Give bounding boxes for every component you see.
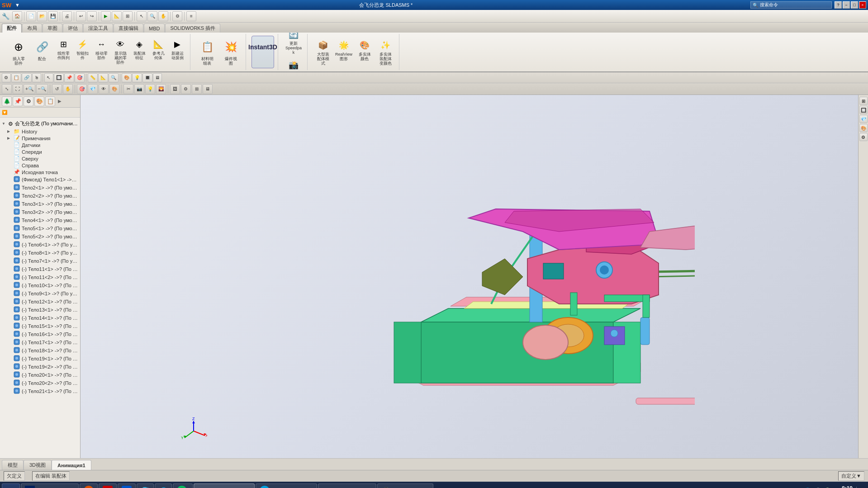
apply-scene-button[interactable]: 🖼 [170, 84, 180, 94]
options-button[interactable]: ⚙ [172, 11, 182, 21]
tree-item-5[interactable]: ▼📄Справа [0, 162, 80, 169]
tree-item-21[interactable]: ▼(-) Тело9<1> ->? (По умол... [0, 289, 80, 298]
mate-button[interactable]: 🔗 配合 [31, 36, 53, 68]
close-button[interactable]: × [859, 1, 866, 9]
custom-tab[interactable]: 📋 [45, 96, 55, 106]
multi-body-color-button[interactable]: 🎨 多实体颜色 [355, 37, 375, 67]
tree-tab[interactable]: 🌲 [2, 96, 12, 106]
taskbar-chrome[interactable]: 🌐 [155, 483, 172, 488]
tree-item-31[interactable]: ▼(-) Тело20<1> ->? (По умо... [0, 371, 80, 379]
print-button[interactable]: 🖨 [62, 11, 72, 21]
hide-show-button[interactable]: 👁 [99, 84, 109, 94]
zoom-button[interactable]: 🔍 [147, 11, 157, 21]
maximize-button[interactable]: □ [851, 1, 858, 9]
pan-view-button[interactable]: ✋ [63, 84, 73, 94]
smart-fastener-button[interactable]: ⚡ 智能扣件 [73, 36, 91, 68]
tree-item-26[interactable]: ▼(-) Тело16<1> ->? (По умо... [0, 330, 80, 338]
large-assembly-button[interactable]: 📦 大型装配体模式 [313, 37, 333, 67]
start-button[interactable]: ⊞ [2, 483, 20, 488]
reference-geometry-button[interactable]: 📐 参考几何体 [149, 36, 167, 68]
tb2-btn4[interactable]: 🖱 [32, 73, 41, 82]
tb2-btn14[interactable]: 🔳 [142, 73, 152, 82]
tb2-btn3[interactable]: 🔗 [22, 73, 32, 82]
scene-button[interactable]: 🌄 [156, 84, 166, 94]
realview-button[interactable]: 🌟 RealView图形 [334, 37, 354, 67]
taskbar-photoshop[interactable]: Ps Adobe Photosh... [21, 483, 79, 488]
panel-expand-button[interactable]: ▶ [58, 99, 62, 104]
home-button[interactable]: 🏠 [12, 11, 22, 21]
tree-item-28[interactable]: ▼(-) Тело18<1> ->? (По умо... [0, 346, 80, 355]
minimize-button[interactable]: − [843, 1, 850, 9]
tb2-btn13[interactable]: 💡 [132, 73, 142, 82]
tree-item-1[interactable]: ▶📝Примечания [0, 135, 80, 142]
tb2-btn5[interactable]: ↖ [44, 73, 53, 82]
rebuild-button[interactable]: ▶ [101, 11, 111, 21]
insert-component-button[interactable]: ⊕ 插入零部件 [7, 36, 30, 68]
tb2-btn1[interactable]: ⚙ [2, 73, 11, 82]
bom-button[interactable]: 📋 材料明细表 [196, 36, 218, 68]
save-button[interactable]: 💾 [48, 11, 58, 21]
tb2-btn2[interactable]: 📋 [11, 73, 21, 82]
grid-button[interactable]: ⊞ [123, 11, 133, 21]
tab-sketch[interactable]: 草图 [43, 24, 62, 33]
tree-item-12[interactable]: ▼Тело4<1> ->? (По умолча... [0, 216, 80, 224]
tree-item-3[interactable]: ▼📄Спереди [0, 148, 80, 155]
multi-body-change-color-button[interactable]: ✨ 多实体装配体变颜色 [375, 37, 395, 67]
rst-btn1[interactable]: ⊞ [859, 97, 868, 105]
tree-item-2[interactable]: ▼📄Датчики [0, 142, 80, 148]
tree-item-4[interactable]: ▼📄Сверху [0, 155, 80, 162]
appearance-tab[interactable]: 🎨 [34, 96, 44, 106]
tree-item-11[interactable]: ▼Тело3<2> ->? (По умолча... [0, 208, 80, 216]
tree-item-16[interactable]: ▼(-) Тело8<1> ->? (По умол... [0, 249, 80, 257]
3d-viewport[interactable]: X Y Z ⊞ 🔲 💎 🎨 ⚙ [81, 95, 868, 458]
tree-item-14[interactable]: ▼Тело5<2> ->? (По умолча... [0, 232, 80, 241]
move-component-button[interactable]: ↔ 移动零部件 [92, 36, 110, 68]
tab-plugins[interactable]: SOLIDWORKS 插件 [165, 24, 220, 33]
display-mode-button[interactable]: 💎 [88, 84, 98, 94]
tree-item-0[interactable]: ▶📁History [0, 128, 80, 135]
tree-item-10[interactable]: ▼Тело3<1> ->? (По умолча... [0, 200, 80, 208]
explode-button[interactable]: 💥 爆炸视图 [219, 36, 242, 68]
rotate-button[interactable]: ↺ [52, 84, 62, 94]
fit-all-button[interactable]: ⤡ [2, 84, 12, 94]
system-clock[interactable]: 8:19 2024/4/6 [833, 485, 854, 488]
tb2-btn7[interactable]: 📌 [64, 73, 74, 82]
tree-item-32[interactable]: ▼(-) Тело20<2> ->? (По умо... [0, 379, 80, 387]
tab-mbd[interactable]: MBD [144, 24, 165, 33]
tb2-btn6[interactable]: 🔲 [54, 73, 64, 82]
config-tab[interactable]: ⚙ [24, 96, 33, 106]
tree-item-33[interactable]: ▼(-) Тело21<1> ->? (По умо... [0, 387, 80, 395]
orientation-button[interactable]: 🎯 [77, 84, 87, 94]
3dview-tab[interactable]: 3D视图 [24, 460, 52, 470]
instant3d-button[interactable]: Instant3D [251, 36, 274, 68]
tab-assembly[interactable]: 配件 [2, 24, 22, 33]
tree-item-29[interactable]: ▼(-) Тело19<1> ->? (По умо... [0, 355, 80, 363]
taskbar-app3[interactable] [118, 483, 136, 488]
zoom-out-button[interactable]: −🔍 [36, 84, 48, 94]
tb2-btn9[interactable]: 📏 [88, 73, 98, 82]
model-tab[interactable]: 模型 [2, 460, 24, 470]
more-button[interactable]: ≡ [186, 11, 196, 21]
tb2-btn10[interactable]: 📐 [98, 73, 108, 82]
assembly-feature-button[interactable]: ◈ 装配体特征 [130, 36, 148, 68]
help-button[interactable]: ? [835, 1, 842, 9]
menu-file[interactable]: ▼ [13, 2, 22, 8]
zoom-in-button[interactable]: +🔍 [24, 84, 35, 94]
new-button[interactable]: 📄 [26, 11, 36, 21]
cursor-button[interactable]: ↖ [137, 11, 147, 21]
taskbar-360[interactable]: 360 公众号 · 360极迷... [256, 483, 317, 488]
tab-direct-edit[interactable]: 直接编辑 [114, 24, 143, 33]
search-box[interactable]: 🔍 搜索命令 [750, 1, 832, 9]
tree-root-item[interactable]: ▼ ⚙ 会飞分恐龙 (По умолчанию<П [0, 119, 80, 128]
taskbar-explorer[interactable]: 📁 H:\微信公众号\0... [318, 483, 376, 488]
redo-button[interactable]: ↪ [87, 11, 97, 21]
property-tab[interactable]: 📌 [13, 96, 23, 106]
open-button[interactable]: 📂 [37, 11, 47, 21]
tab-layout[interactable]: 布局 [22, 24, 42, 33]
tree-item-25[interactable]: ▼(-) Тело15<1> ->? (По умо... [0, 322, 80, 330]
rst-btn2[interactable]: 🔲 [859, 106, 868, 114]
tb2-btn12[interactable]: 🎨 [122, 73, 132, 82]
show-hide-button[interactable]: 👁 显示隐藏的零部件 [111, 36, 129, 68]
linear-pattern-button[interactable]: ⊞ 线性零件阵列 [54, 36, 72, 68]
taskbar-app2[interactable]: OC [99, 483, 117, 488]
